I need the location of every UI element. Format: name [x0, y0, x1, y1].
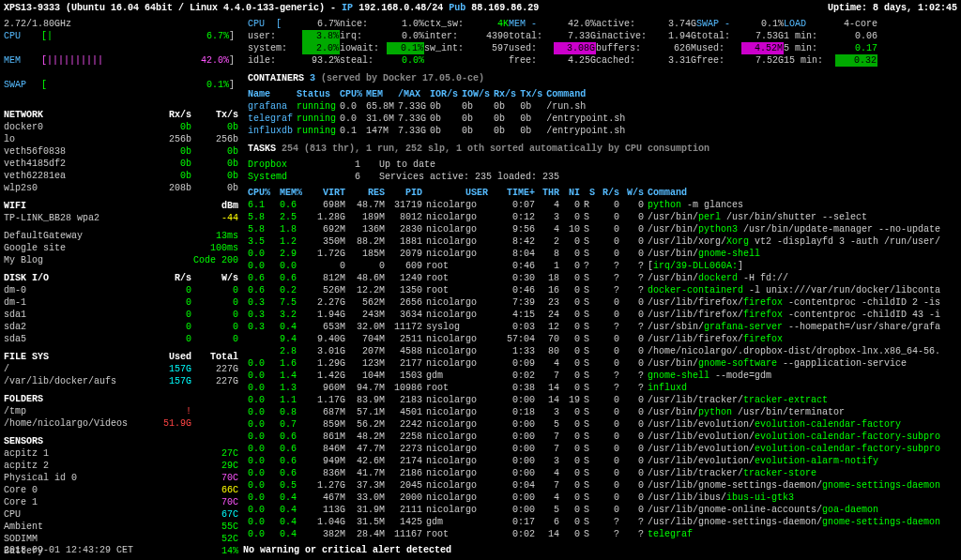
process-row: 0.01.3 960M94.7M 10986root 0:3814 0S ?? …: [248, 382, 944, 394]
sensor-row: acpitz 127C: [4, 447, 243, 460]
process-row: 0.00.8 687M57.1M 4501nicolargo 0:183 0S …: [248, 406, 944, 418]
tasks-header: TASKS 254 (813 thr), 1 run, 252 slp, 1 o…: [248, 143, 957, 155]
disk-header: DISK I/OR/sW/s: [4, 272, 243, 284]
process-row: 0.00.6 846M47.7M 2273nicolargo 0:007 0S …: [248, 443, 944, 455]
process-row: 3.51.2 350M88.2M 1881nicolargo 8:422 0S …: [248, 235, 944, 248]
process-row: 0.01.6 1.29G123M 2177nicolargo 0:094 0S …: [248, 357, 944, 370]
quick-cpu: CPU [| 6.7%]: [4, 30, 243, 54]
network-row: docker00b0b: [4, 121, 243, 133]
network-row: wlp2s0208b0b: [4, 182, 243, 194]
process-row: 5.81.8 692M136M 2830nicolargo 9:564 10S …: [248, 223, 944, 235]
sensor-row: Physical id 070C: [4, 472, 243, 484]
fs-row: /157G227G: [4, 363, 243, 375]
sensor-row: acpitz 229C: [4, 460, 243, 472]
process-row: 0.00.6 836M41.7M 2186nicolargo 0:004 0S …: [248, 467, 944, 479]
network-header: NETWORKRx/sTx/s: [4, 109, 243, 121]
process-row: 6.10.6 698M48.7M 31719nicolargo 0:074 0R…: [248, 199, 944, 211]
sensor-row: CPU67C: [4, 508, 243, 521]
service-row: Google site100ms: [4, 242, 243, 254]
quick-swap: SWAP [ 0.1%]: [4, 79, 243, 103]
process-row: 0.00.5 1.27G37.3M 2045nicolargo 0:047 0S…: [248, 479, 944, 492]
process-row: 0.02.9 1.72G185M 2079nicolargo 8:048 0S …: [248, 248, 944, 260]
titlebar: XPS13-9333 (Ubuntu 16.04 64bit / Linux 4…: [4, 2, 957, 14]
cpu-freq: 2.72/1.80GHz: [4, 18, 243, 30]
process-row: 0.00.4 467M33.0M 2000nicolargo 0:004 0S …: [248, 492, 944, 504]
process-row: 0.00.4 1.04G31.5M 1425gdm 0:176 0S ?? /u…: [248, 516, 944, 528]
status-bar: 2018-09-01 12:43:29 CET No warning or cr…: [4, 544, 957, 556]
process-row: 5.82.5 1.28G189M 8012nicolargo 0:123 0S …: [248, 211, 944, 223]
wifi-header: WIFIdBm: [4, 200, 243, 212]
process-row: 0.60.6 812M48.6M 1249root 0:3018 0S ?? /…: [248, 272, 944, 284]
disk-row: sda200: [4, 321, 243, 333]
containers-header: CONTAINERS 3 (served by Docker 17.05.0-c…: [248, 72, 957, 84]
fs-header: FILE SYSUsedTotal: [4, 351, 243, 363]
quick-mem: MEM [|||||||||| 42.0%]: [4, 54, 243, 79]
folder-row: /tmp!: [4, 405, 243, 417]
process-row: 0.00.4 382M28.4M 11167root 0:0214 0S ?? …: [248, 528, 944, 540]
process-row: 0.00.6 861M48.2M 2258nicolargo 0:007 0S …: [248, 431, 944, 443]
sensor-row: Core 066C: [4, 484, 243, 496]
process-row: 0.00.7 859M56.2M 2242nicolargo 0:005 0S …: [248, 418, 944, 431]
cpu-stats-block: CPU [6.7%nice:1.0%ctx_sw:4KMEM -42.0%act…: [248, 18, 957, 67]
process-row: 0.01.4 1.42G104M 1503gdm 0:027 0S ?? gno…: [248, 370, 944, 382]
process-row: 9.4 9.40G704M 2511nicolargo 57:0470 0S 0…: [248, 333, 944, 345]
process-row: 0.33.2 1.94G243M 3634nicolargo 4:1524 0S…: [248, 309, 944, 321]
service-status-row: Dropbox1Up to date: [248, 159, 957, 171]
process-row: 0.37.5 2.27G562M 2656nicolargo 7:3923 0S…: [248, 296, 944, 309]
container-row: telegrafrunning0.031.6M7.33G0b0b0b0b/ent…: [248, 113, 629, 125]
disk-row: sda100: [4, 309, 243, 321]
service-row: My BlogCode 200: [4, 254, 243, 266]
disk-row: dm-000: [4, 284, 243, 296]
disk-row: sda500: [4, 333, 243, 345]
sensor-row: Core 170C: [4, 496, 243, 508]
process-table: CPU%MEM%VIRTRESPIDUSERTIME+THRNISR/sW/sC…: [248, 187, 944, 540]
sensors-header: SENSORS: [4, 435, 243, 447]
sensor-row: Ambient55C: [4, 521, 243, 533]
network-row: veth56f08380b0b: [4, 145, 243, 158]
process-row: 0.00.0 00 609root 0:461 0? ?? [irq/39-DL…: [248, 260, 944, 272]
process-row: 0.00.4 113G31.9M 2111nicolargo 0:005 0S …: [248, 504, 944, 516]
network-row: veth62281ea0b0b: [4, 170, 243, 182]
wifi-row: TP-LINK_BB28 wpa2-44: [4, 212, 243, 224]
service-status-row: Systemd6Services active: 235 loaded: 235: [248, 171, 957, 183]
disk-row: dm-100: [4, 296, 243, 309]
container-row: grafanarunning0.065.8M7.33G0b0b0b0b/run.…: [248, 100, 629, 113]
network-row: lo256b256b: [4, 133, 243, 145]
containers-table: NameStatusCPU%MEM/MAXIOR/sIOW/sRx/sTx/sC…: [248, 88, 629, 137]
fs-row: /var/lib/docker/aufs157G227G: [4, 375, 243, 387]
service-row: DefaultGateway13ms: [4, 230, 243, 242]
process-row: 0.00.6 949M42.6M 2174nicolargo 0:003 0S …: [248, 455, 944, 467]
process-row: 2.8 3.01G207M 4588nicolargo 1:3380 0S 00…: [248, 345, 944, 357]
folder-row: /home/nicolargo/Videos51.9G: [4, 417, 243, 430]
process-row: 0.30.4 653M32.0M 11172syslog 0:0312 0S ?…: [248, 321, 944, 333]
folders-header: FOLDERS: [4, 393, 243, 405]
container-row: influxdbrunning0.1147M7.33G0b0b0b0b/entr…: [248, 125, 629, 137]
process-row: 0.60.2 526M12.2M 1350root 0:4616 0S ?? d…: [248, 284, 944, 296]
process-row: 0.01.1 1.17G83.9M 2183nicolargo 0:0014 1…: [248, 394, 944, 406]
network-row: veth4185df20b0b: [4, 158, 243, 170]
